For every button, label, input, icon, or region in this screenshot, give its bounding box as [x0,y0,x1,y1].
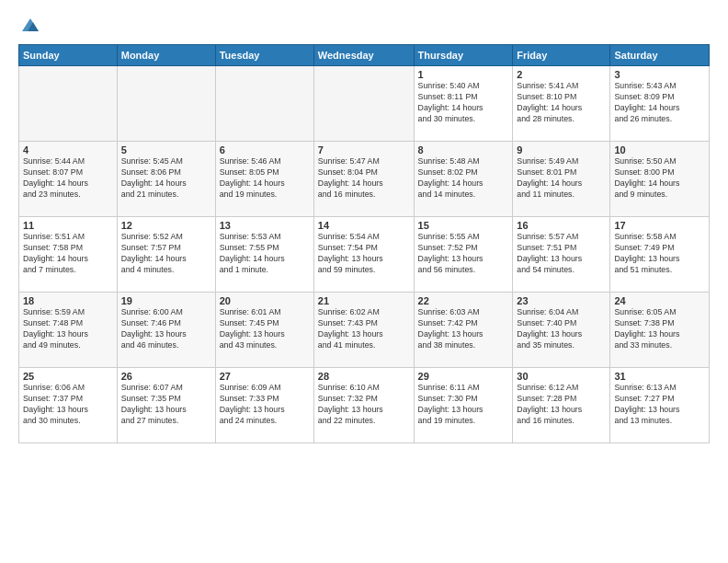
calendar-cell: 4Sunrise: 5:44 AM Sunset: 8:07 PM Daylig… [19,142,118,217]
logo-text [18,15,40,35]
calendar-cell: 12Sunrise: 5:52 AM Sunset: 7:57 PM Dayli… [117,217,215,293]
calendar-cell: 1Sunrise: 5:40 AM Sunset: 8:11 PM Daylig… [414,66,513,142]
calendar-cell [313,66,414,142]
day-number: 13 [220,220,310,231]
calendar-cell: 15Sunrise: 5:55 AM Sunset: 7:52 PM Dayli… [414,217,513,293]
weekday-header-row: SundayMondayTuesdayWednesdayThursdayFrid… [19,45,710,66]
calendar-cell: 28Sunrise: 6:10 AM Sunset: 7:32 PM Dayli… [313,368,414,443]
week-row-2: 4Sunrise: 5:44 AM Sunset: 8:07 PM Daylig… [19,142,710,217]
calendar-cell: 31Sunrise: 6:13 AM Sunset: 7:27 PM Dayli… [610,368,710,443]
day-number: 29 [418,371,509,382]
day-number: 10 [614,144,705,155]
calendar-cell: 20Sunrise: 6:01 AM Sunset: 7:45 PM Dayli… [215,293,313,368]
day-number: 20 [220,295,310,306]
day-info: Sunrise: 5:45 AM Sunset: 8:06 PM Dayligh… [121,156,211,201]
weekday-header-saturday: Saturday [610,45,710,66]
calendar-cell: 7Sunrise: 5:47 AM Sunset: 8:04 PM Daylig… [313,142,414,217]
day-number: 26 [121,371,211,382]
calendar-cell [117,66,215,142]
day-number: 24 [614,295,705,306]
day-number: 28 [318,371,410,382]
day-number: 25 [23,371,113,382]
calendar-cell: 9Sunrise: 5:49 AM Sunset: 8:01 PM Daylig… [513,142,610,217]
day-info: Sunrise: 6:05 AM Sunset: 7:38 PM Dayligh… [614,307,705,351]
day-info: Sunrise: 5:59 AM Sunset: 7:48 PM Dayligh… [23,307,113,351]
week-row-1: 1Sunrise: 5:40 AM Sunset: 8:11 PM Daylig… [19,66,710,142]
calendar-cell: 22Sunrise: 6:03 AM Sunset: 7:42 PM Dayli… [414,293,513,368]
weekday-header-monday: Monday [117,45,215,66]
day-info: Sunrise: 5:48 AM Sunset: 8:02 PM Dayligh… [418,156,509,201]
day-number: 4 [23,144,113,155]
day-number: 21 [318,295,410,306]
calendar-cell [215,66,313,142]
weekday-header-wednesday: Wednesday [313,45,414,66]
calendar-cell: 13Sunrise: 5:53 AM Sunset: 7:55 PM Dayli… [215,217,313,293]
calendar-cell: 26Sunrise: 6:07 AM Sunset: 7:35 PM Dayli… [117,368,215,443]
logo [18,15,40,35]
day-info: Sunrise: 5:51 AM Sunset: 7:58 PM Dayligh… [23,232,113,276]
day-number: 7 [318,144,410,155]
calendar-cell: 14Sunrise: 5:54 AM Sunset: 7:54 PM Dayli… [313,217,414,293]
day-info: Sunrise: 5:52 AM Sunset: 7:57 PM Dayligh… [121,232,211,276]
day-info: Sunrise: 5:44 AM Sunset: 8:07 PM Dayligh… [23,156,113,201]
day-number: 17 [614,220,705,231]
calendar: SundayMondayTuesdayWednesdayThursdayFrid… [18,44,710,443]
weekday-header-sunday: Sunday [19,45,118,66]
day-number: 6 [220,144,310,155]
weekday-header-tuesday: Tuesday [215,45,313,66]
day-info: Sunrise: 6:12 AM Sunset: 7:28 PM Dayligh… [517,383,606,427]
calendar-cell [19,66,118,142]
day-info: Sunrise: 6:02 AM Sunset: 7:43 PM Dayligh… [318,307,410,351]
day-info: Sunrise: 6:11 AM Sunset: 7:30 PM Dayligh… [418,383,509,427]
day-number: 9 [517,144,606,155]
calendar-cell: 25Sunrise: 6:06 AM Sunset: 7:37 PM Dayli… [19,368,118,443]
page: SundayMondayTuesdayWednesdayThursdayFrid… [0,0,728,563]
day-info: Sunrise: 5:46 AM Sunset: 8:05 PM Dayligh… [220,156,310,201]
day-number: 3 [614,69,705,80]
day-number: 27 [220,371,310,382]
weekday-header-thursday: Thursday [414,45,513,66]
day-number: 23 [517,295,606,306]
day-number: 22 [418,295,509,306]
day-number: 8 [418,144,509,155]
day-info: Sunrise: 6:09 AM Sunset: 7:33 PM Dayligh… [220,383,310,427]
calendar-cell: 10Sunrise: 5:50 AM Sunset: 8:00 PM Dayli… [610,142,710,217]
day-number: 30 [517,371,606,382]
calendar-cell: 3Sunrise: 5:43 AM Sunset: 8:09 PM Daylig… [610,66,710,142]
day-info: Sunrise: 5:50 AM Sunset: 8:00 PM Dayligh… [614,156,705,201]
day-number: 12 [121,220,211,231]
day-info: Sunrise: 5:49 AM Sunset: 8:01 PM Dayligh… [517,156,606,201]
logo-icon [20,15,40,35]
day-info: Sunrise: 5:41 AM Sunset: 8:10 PM Dayligh… [517,81,606,125]
week-row-5: 25Sunrise: 6:06 AM Sunset: 7:37 PM Dayli… [19,368,710,443]
calendar-cell: 17Sunrise: 5:58 AM Sunset: 7:49 PM Dayli… [610,217,710,293]
calendar-cell: 24Sunrise: 6:05 AM Sunset: 7:38 PM Dayli… [610,293,710,368]
day-number: 16 [517,220,606,231]
day-number: 15 [418,220,509,231]
day-info: Sunrise: 5:47 AM Sunset: 8:04 PM Dayligh… [318,156,410,201]
day-info: Sunrise: 5:43 AM Sunset: 8:09 PM Dayligh… [614,81,705,125]
calendar-cell: 5Sunrise: 5:45 AM Sunset: 8:06 PM Daylig… [117,142,215,217]
day-number: 2 [517,69,606,80]
day-number: 5 [121,144,211,155]
calendar-cell: 16Sunrise: 5:57 AM Sunset: 7:51 PM Dayli… [513,217,610,293]
day-number: 19 [121,295,211,306]
day-info: Sunrise: 6:00 AM Sunset: 7:46 PM Dayligh… [121,307,211,351]
day-info: Sunrise: 6:07 AM Sunset: 7:35 PM Dayligh… [121,383,211,427]
day-info: Sunrise: 6:06 AM Sunset: 7:37 PM Dayligh… [23,383,113,427]
calendar-cell: 2Sunrise: 5:41 AM Sunset: 8:10 PM Daylig… [513,66,610,142]
day-number: 14 [318,220,410,231]
calendar-cell: 27Sunrise: 6:09 AM Sunset: 7:33 PM Dayli… [215,368,313,443]
calendar-cell: 19Sunrise: 6:00 AM Sunset: 7:46 PM Dayli… [117,293,215,368]
day-info: Sunrise: 5:58 AM Sunset: 7:49 PM Dayligh… [614,232,705,276]
day-number: 18 [23,295,113,306]
day-info: Sunrise: 5:54 AM Sunset: 7:54 PM Dayligh… [318,232,410,276]
header [18,15,710,35]
day-info: Sunrise: 5:53 AM Sunset: 7:55 PM Dayligh… [220,232,310,276]
calendar-cell: 30Sunrise: 6:12 AM Sunset: 7:28 PM Dayli… [513,368,610,443]
day-info: Sunrise: 5:40 AM Sunset: 8:11 PM Dayligh… [418,81,509,125]
week-row-4: 18Sunrise: 5:59 AM Sunset: 7:48 PM Dayli… [19,293,710,368]
day-info: Sunrise: 6:01 AM Sunset: 7:45 PM Dayligh… [220,307,310,351]
calendar-cell: 29Sunrise: 6:11 AM Sunset: 7:30 PM Dayli… [414,368,513,443]
calendar-cell: 18Sunrise: 5:59 AM Sunset: 7:48 PM Dayli… [19,293,118,368]
